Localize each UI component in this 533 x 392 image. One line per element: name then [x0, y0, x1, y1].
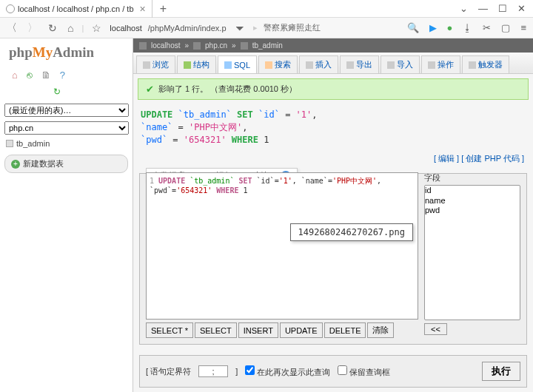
tooltip: 1492680246270267.png: [290, 223, 414, 241]
search-icon: [265, 61, 272, 69]
show-again-checkbox[interactable]: 在此再次显示此查询: [245, 365, 330, 378]
home-icon[interactable]: ⌂: [12, 70, 18, 81]
window-close-icon[interactable]: ✕: [517, 3, 526, 14]
browse-icon: [143, 61, 150, 69]
delimiter-input[interactable]: ;: [198, 365, 228, 377]
close-icon[interactable]: ×: [140, 3, 146, 15]
triggers-icon: [469, 61, 476, 69]
minimize-icon[interactable]: —: [478, 3, 488, 14]
collapse-button[interactable]: <<: [424, 323, 447, 335]
insert-icon: [306, 61, 313, 69]
url-host[interactable]: localhost: [110, 24, 141, 33]
recent-tables-select[interactable]: (最近使用的表)…: [4, 104, 129, 117]
tab-operations[interactable]: 操作: [421, 55, 460, 73]
search-icon[interactable]: 🔍: [405, 22, 421, 33]
star-icon[interactable]: ☆: [90, 22, 104, 34]
operations-icon: [428, 61, 435, 69]
create-php-link[interactable]: 创建 PHP 代码: [466, 154, 520, 163]
import-icon: [387, 61, 395, 69]
tab-insert[interactable]: 插入: [299, 55, 338, 73]
chat-icon[interactable]: ●: [445, 22, 455, 33]
sql-display: UPDATE `tb_admin` SET `id` = '1', `name`…: [141, 109, 526, 146]
logo: phpMyAdmin: [0, 38, 133, 67]
down-icon[interactable]: ⌄: [460, 3, 468, 14]
back-icon[interactable]: 〈: [4, 21, 19, 35]
logout-icon[interactable]: ⎋: [27, 70, 33, 81]
table-icon: [241, 42, 248, 50]
new-tab-button[interactable]: +: [152, 2, 174, 16]
tab-triggers[interactable]: 触发器: [462, 55, 509, 73]
check-icon: ✔: [146, 84, 154, 95]
tabs: 浏览 结构 SQL 搜索 插入 导出 导入 操作 触发器: [133, 53, 533, 74]
dropdown-icon[interactable]: ⏷: [232, 22, 247, 34]
sidebar: phpMyAdmin ⌂ ⎋ 🗎 ? ↻ (最近使用的表)… php.cn tb…: [0, 38, 133, 392]
breadcrumb: localhost » php.cn » tb_admin: [133, 38, 533, 53]
database-select[interactable]: php.cn: [4, 121, 129, 135]
fields-label: 字段: [424, 172, 520, 183]
structure-icon: [184, 61, 191, 69]
menu-icon[interactable]: ≡: [518, 22, 529, 33]
update-button[interactable]: UPDATE: [280, 322, 323, 338]
tab-export[interactable]: 导出: [340, 55, 379, 73]
success-message: ✔影响了 1 行。 （查询花费 0.0010 秒）: [138, 78, 529, 100]
forward-icon[interactable]: 〉: [25, 21, 40, 35]
download-icon[interactable]: ⭳: [460, 22, 475, 33]
insert-button[interactable]: INSERT: [238, 322, 278, 338]
tab-sql[interactable]: SQL: [218, 55, 257, 73]
browser-titlebar: localhost / localhost / php.cn / tb × + …: [0, 0, 533, 18]
table-tree-item[interactable]: tb_admin: [0, 137, 133, 150]
tab-browse[interactable]: 浏览: [136, 55, 175, 73]
db-icon: [193, 42, 201, 50]
query-fieldset: 在数据库 php.cn 运行 SQL 查询：? 1 UPDATE `tb_adm…: [139, 173, 527, 345]
select-star-button[interactable]: SELECT *: [146, 322, 193, 338]
export-icon: [346, 61, 354, 69]
server-icon: [139, 42, 147, 50]
action-links: [ 编辑 ] [ 创建 PHP 代码 ]: [133, 150, 533, 167]
sidebar-icons: ⌂ ⎋ 🗎 ?: [0, 67, 133, 85]
news-text[interactable]: 警察累瘫照走红: [264, 22, 321, 33]
fields-select[interactable]: id name pwd: [424, 185, 520, 320]
reload-icon[interactable]: ↻: [46, 22, 59, 34]
new-table-button[interactable]: +新建数据表: [4, 155, 128, 173]
play-icon[interactable]: ▶: [427, 22, 439, 33]
edit-link[interactable]: 编辑: [438, 154, 455, 163]
url-path[interactable]: /phpMyAdmin/index.p: [148, 24, 227, 33]
sql-icon: [224, 61, 232, 69]
tab-structure[interactable]: 结构: [177, 55, 216, 73]
sql-editor[interactable]: 1 UPDATE `tb_admin` SET `id`='1', `name`…: [146, 172, 418, 320]
delimiter-label: [ 语句定界符: [146, 366, 191, 377]
retain-checkbox[interactable]: 保留查询框: [338, 365, 390, 378]
table-icon: [6, 140, 13, 147]
cut-icon[interactable]: ✂: [480, 22, 493, 33]
execute-button[interactable]: 执行: [482, 362, 520, 381]
home-icon[interactable]: ⌂: [65, 22, 76, 34]
content: localhost » php.cn » tb_admin 浏览 结构 SQL …: [133, 38, 533, 392]
address-bar: 〈 〉 ↻ ⌂ | ☆ localhost/phpMyAdmin/index.p…: [0, 18, 533, 38]
refresh-icon[interactable]: ↻: [53, 87, 61, 97]
tab-search[interactable]: 搜索: [258, 55, 298, 73]
browser-tab[interactable]: localhost / localhost / php.cn / tb ×: [0, 0, 152, 18]
plus-icon: +: [11, 160, 20, 169]
tab-import[interactable]: 导入: [381, 55, 420, 73]
select-button[interactable]: SELECT: [195, 322, 237, 338]
clear-button[interactable]: 清除: [367, 322, 394, 338]
footer-bar: [ 语句定界符 ; ] 在此再次显示此查询 保留查询框 执行: [139, 355, 527, 388]
delete-button[interactable]: DELETE: [324, 322, 366, 338]
query-buttons: SELECT * SELECT INSERT UPDATE DELETE 清除: [146, 322, 418, 338]
globe-icon: [6, 4, 15, 13]
sql-icon[interactable]: 🗎: [41, 70, 51, 81]
maximize-icon[interactable]: ☐: [498, 3, 507, 14]
box-icon[interactable]: ▢: [499, 22, 512, 33]
docs-icon[interactable]: ?: [60, 70, 65, 81]
tab-title: localhost / localhost / php.cn / tb: [18, 4, 134, 13]
